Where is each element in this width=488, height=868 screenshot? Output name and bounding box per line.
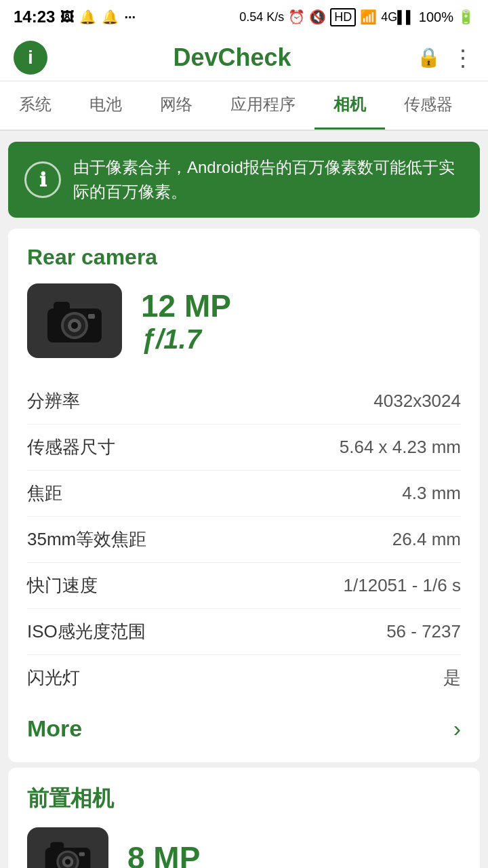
- spec-rows: 分辨率 4032x3024 传感器尺寸 5.64 x 4.23 mm 焦距 4.…: [27, 378, 461, 701]
- svg-rect-6: [88, 314, 95, 319]
- spec-label-iso: ISO感光度范围: [27, 620, 146, 644]
- tab-apps[interactable]: 应用程序: [211, 81, 314, 130]
- wifi-icon: 📶: [360, 9, 377, 25]
- tab-sensors[interactable]: 传感器: [385, 81, 472, 130]
- tab-camera[interactable]: 相机: [314, 81, 385, 130]
- tab-system[interactable]: 系统: [0, 81, 70, 130]
- front-camera-icon-box: [27, 827, 108, 868]
- status-image-icon: 🖼: [60, 9, 74, 25]
- rear-camera-title: Rear camera: [27, 245, 461, 270]
- tab-network[interactable]: 网络: [141, 81, 211, 130]
- status-bar: 14:23 🖼 🔔 🔔 ··· 0.54 K/s ⏰ 🔇 HD 📶 4G▌▌ 1…: [0, 0, 488, 34]
- front-camera-title: 前置相机: [27, 784, 461, 814]
- front-camera-preview: 8 MP: [27, 827, 461, 868]
- front-camera-card: 前置相机 8 MP: [8, 768, 480, 868]
- camera-megapixels: 12 MP: [141, 288, 231, 324]
- spec-label-focal-length: 焦距: [27, 481, 62, 505]
- camera-specs-header: 12 MP ƒ/1.7: [141, 288, 231, 355]
- tab-bar: 系统 电池 网络 应用程序 相机 传感器: [0, 81, 488, 131]
- spec-label-resolution: 分辨率: [27, 389, 80, 413]
- spec-row-resolution: 分辨率 4032x3024: [27, 378, 461, 425]
- hd-badge: HD: [330, 8, 356, 26]
- tab-battery[interactable]: 电池: [70, 81, 141, 130]
- spec-value-focal-length: 4.3 mm: [402, 483, 461, 504]
- time-display: 14:23: [14, 7, 55, 26]
- status-bell2-icon: 🔔: [102, 9, 119, 25]
- spec-row-flash: 闪光灯 是: [27, 655, 461, 701]
- spec-label-equiv-focal: 35mm等效焦距: [27, 528, 146, 551]
- svg-point-12: [65, 859, 70, 865]
- spec-row-sensor-size: 传感器尺寸 5.64 x 4.23 mm: [27, 425, 461, 471]
- battery-display: 100%: [419, 9, 453, 25]
- status-more-icon: ···: [124, 9, 136, 25]
- app-bar: i DevCheck 🔒 ⋮: [0, 34, 488, 81]
- camera-svg-icon: [44, 296, 105, 345]
- lock-icon[interactable]: 🔒: [417, 46, 441, 68]
- camera-icon-box: [27, 283, 122, 358]
- spec-row-iso: ISO感光度范围 56 - 7237: [27, 609, 461, 655]
- more-row[interactable]: More ›: [27, 701, 461, 746]
- app-info-icon[interactable]: i: [14, 41, 47, 75]
- svg-rect-13: [79, 852, 85, 856]
- camera-header: 12 MP ƒ/1.7: [27, 283, 461, 358]
- alarm-icon: ⏰: [288, 9, 305, 25]
- spec-value-resolution: 4032x3024: [373, 391, 461, 412]
- spec-label-sensor-size: 传感器尺寸: [27, 435, 115, 459]
- rear-camera-card: Rear camera 12 MP ƒ/1.: [8, 229, 480, 762]
- banner-text: 由于像素合并，Android报告的百万像素数可能低于实际的百万像素。: [73, 155, 464, 204]
- spec-value-iso: 56 - 7237: [386, 621, 461, 642]
- menu-icon[interactable]: ⋮: [451, 44, 474, 71]
- front-camera-svg-icon: [42, 837, 94, 868]
- svg-rect-8: [50, 842, 64, 850]
- svg-point-5: [71, 322, 78, 329]
- app-title: DevCheck: [173, 43, 291, 72]
- signal-icon: 4G▌▌: [381, 10, 415, 24]
- spec-value-flash: 是: [443, 666, 461, 690]
- network-speed: 0.54 K/s: [239, 10, 284, 24]
- status-bell-icon: 🔔: [79, 9, 96, 25]
- spec-row-focal-length: 焦距 4.3 mm: [27, 471, 461, 517]
- camera-aperture: ƒ/1.7: [141, 324, 231, 355]
- mute-icon: 🔇: [309, 9, 326, 25]
- status-time: 14:23 🖼 🔔 🔔 ···: [14, 7, 136, 26]
- info-banner: ℹ 由于像素合并，Android报告的百万像素数可能低于实际的百万像素。: [8, 142, 480, 218]
- spec-value-shutter: 1/12051 - 1/6 s: [344, 575, 461, 596]
- battery-icon: 🔋: [458, 9, 474, 25]
- spec-label-flash: 闪光灯: [27, 666, 80, 690]
- status-right-icons: 0.54 K/s ⏰ 🔇 HD 📶 4G▌▌ 100% 🔋: [239, 8, 474, 26]
- spec-row-shutter: 快门速度 1/12051 - 1/6 s: [27, 563, 461, 609]
- spec-value-equiv-focal: 26.4 mm: [392, 529, 461, 550]
- svg-rect-1: [54, 302, 70, 311]
- spec-label-shutter: 快门速度: [27, 574, 98, 597]
- app-bar-actions: 🔒 ⋮: [417, 44, 474, 71]
- spec-row-equiv-focal: 35mm等效焦距 26.4 mm: [27, 517, 461, 563]
- spec-value-sensor-size: 5.64 x 4.23 mm: [340, 437, 461, 458]
- banner-info-icon: ℹ: [24, 161, 61, 198]
- more-chevron-right-icon: ›: [453, 715, 461, 742]
- more-label: More: [27, 715, 82, 742]
- front-camera-megapixels: 8 MP: [127, 840, 200, 868]
